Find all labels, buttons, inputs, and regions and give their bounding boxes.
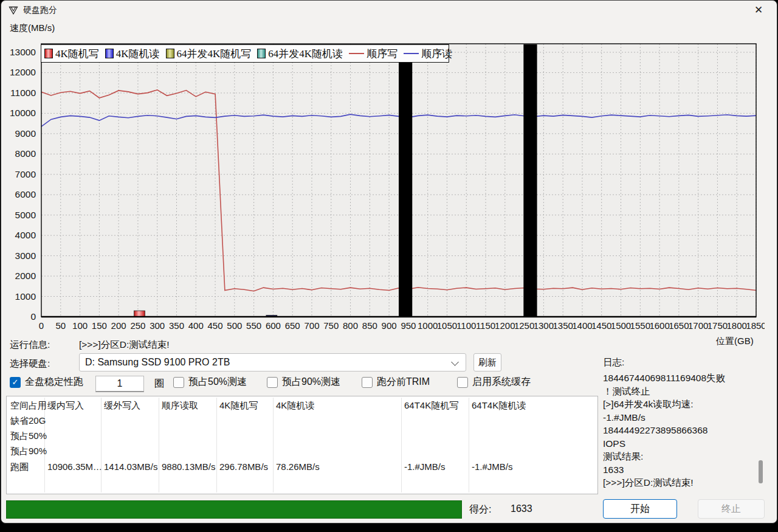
table-cell: 296.78MB/s	[219, 461, 268, 472]
stability-run-checkbox[interactable]: ✓全盘稳定性跑	[10, 376, 83, 389]
legend-label: 顺序读	[421, 47, 452, 61]
table-header: 缓内写入	[47, 400, 84, 412]
table-row-name: 预占50%	[10, 430, 47, 442]
table-cell: -1.#JMB/s	[404, 461, 446, 472]
checkbox-unchecked-icon[interactable]	[267, 377, 278, 388]
x-tick-label: 1700	[688, 320, 708, 331]
checkbox-label: 预占50%测速	[188, 376, 247, 389]
legend-label: 顺序写	[367, 47, 398, 61]
x-tick-label: 1750	[707, 320, 728, 331]
log-scrollbar[interactable]	[759, 371, 763, 494]
y-tick-label: 11000	[10, 88, 36, 98]
table-cell: -1.#JMB/s	[472, 461, 513, 472]
x-tick-label: 300	[150, 320, 165, 331]
x-tick-label: 100	[72, 320, 88, 331]
chart-x-axis-title: 位置(GB)	[716, 336, 754, 347]
log-label: 日志:	[603, 356, 624, 369]
y-tick-label: 0	[30, 311, 36, 322]
table-header: 缓外写入	[104, 400, 140, 412]
start-button[interactable]: 开始	[603, 499, 677, 519]
x-tick-label: 200	[111, 320, 126, 331]
chart-overflow-bar	[399, 44, 412, 317]
x-tick-label: 700	[304, 320, 319, 331]
x-tick-label: 1450	[591, 320, 611, 331]
x-tick-label: 550	[246, 320, 261, 331]
table-header: 64T4K随机读	[472, 400, 526, 412]
legend-item: 4K随机写	[44, 47, 99, 61]
legend-label: 64并发4K随机读	[268, 47, 343, 61]
x-tick-label: 500	[227, 320, 242, 331]
y-tick-label: 3000	[15, 250, 36, 261]
table-cell: 1414.03MB/s	[104, 461, 157, 472]
stop-button[interactable]: 终止	[698, 499, 765, 519]
x-tick-label: 1350	[553, 320, 573, 331]
x-tick-label: 1800	[727, 320, 747, 331]
x-tick-label: 1100	[456, 320, 476, 331]
app-icon	[9, 5, 18, 15]
log-line: [>]64并发4k读取均速:	[603, 398, 755, 411]
x-tick-label: 400	[188, 320, 204, 331]
legend-item: 4K随机读	[105, 47, 160, 61]
chevron-down-icon	[451, 358, 459, 366]
checkbox-unchecked-icon[interactable]	[173, 377, 184, 388]
x-tick-label: 950	[401, 320, 416, 331]
x-tick-label: 850	[362, 320, 377, 331]
table-header: 空间占用	[10, 400, 47, 412]
x-tick-label: 1000	[418, 320, 438, 331]
x-tick-label: 1150	[476, 320, 495, 331]
disk-select-value: D: Samsung SSD 9100 PRO 2TB	[85, 357, 230, 367]
checkbox-checked-icon[interactable]: ✓	[10, 377, 21, 388]
y-tick-label: 10000	[10, 108, 36, 118]
log-line: -1.#JMB/s	[603, 411, 755, 424]
table-header: 顺序读取	[162, 400, 198, 412]
table-column-separator	[159, 398, 159, 492]
run-info-label: 运行信息:	[10, 339, 50, 351]
y-tick-label: 2000	[15, 271, 36, 281]
x-tick-label: 800	[343, 320, 358, 331]
x-tick-label: 750	[323, 320, 339, 331]
log-line: 测试结果:	[603, 450, 755, 463]
x-tick-label: 900	[382, 320, 397, 331]
table-header: 4K随机读	[276, 400, 314, 412]
log-line: 1633	[603, 463, 755, 477]
x-tick-label: 1500	[611, 320, 631, 331]
disk-select[interactable]: D: Samsung SSD 9100 PRO 2TB	[79, 353, 466, 371]
x-tick-label: 1550	[630, 320, 650, 331]
table-row-name: 跑圈	[10, 461, 29, 473]
title-bar: 硬盘跑分 ✕	[1, 1, 777, 20]
y-tick-label: 4000	[15, 230, 36, 240]
close-icon[interactable]: ✕	[749, 2, 768, 18]
progress-bar-fill	[7, 501, 461, 518]
checkbox-label: 启用系统缓存	[472, 376, 531, 389]
table-column-separator	[401, 398, 402, 492]
log-scrollbar-thumb[interactable]	[759, 460, 763, 483]
x-tick-label: 350	[169, 320, 184, 331]
table-column-separator	[216, 398, 217, 492]
log-line: 18446744069811169408失败	[603, 371, 755, 385]
legend-label: 4K随机写	[55, 47, 99, 61]
table-header: 64T4K随机写	[404, 400, 458, 412]
x-tick-label: 1050	[437, 320, 457, 331]
checkbox-unchecked-icon[interactable]	[362, 377, 373, 388]
legend-line-icon	[404, 53, 419, 54]
chart-bar	[134, 311, 145, 317]
chart-canvas: 0100020003000400050006000700080009000100…	[6, 36, 765, 340]
legend-swatch-icon	[257, 49, 266, 58]
x-tick-label: 450	[208, 320, 223, 331]
loop-count-input[interactable]	[95, 376, 144, 392]
x-tick-label: 650	[285, 320, 300, 331]
x-tick-label: 150	[92, 320, 107, 331]
chart-legend: 4K随机写4K随机读64并发4K随机写64并发4K随机读顺序写顺序读	[41, 44, 449, 63]
x-tick-label: 250	[130, 320, 145, 331]
option-checkbox[interactable]: 预占90%测速	[267, 376, 340, 389]
option-checkbox[interactable]: 跑分前TRIM	[362, 376, 430, 389]
refresh-button[interactable]: 刷新	[473, 353, 501, 371]
table-column-separator	[101, 398, 102, 492]
option-checkbox[interactable]: 启用系统缓存	[457, 376, 531, 389]
checkbox-unchecked-icon[interactable]	[457, 377, 468, 388]
log-line: IOPS	[603, 437, 755, 451]
legend-item: 顺序写	[349, 47, 398, 61]
run-info-value: [>>>]分区D:测试结束!	[79, 339, 170, 351]
option-checkbox[interactable]: 预占50%测速	[173, 376, 247, 389]
x-tick-label: 600	[266, 320, 281, 331]
